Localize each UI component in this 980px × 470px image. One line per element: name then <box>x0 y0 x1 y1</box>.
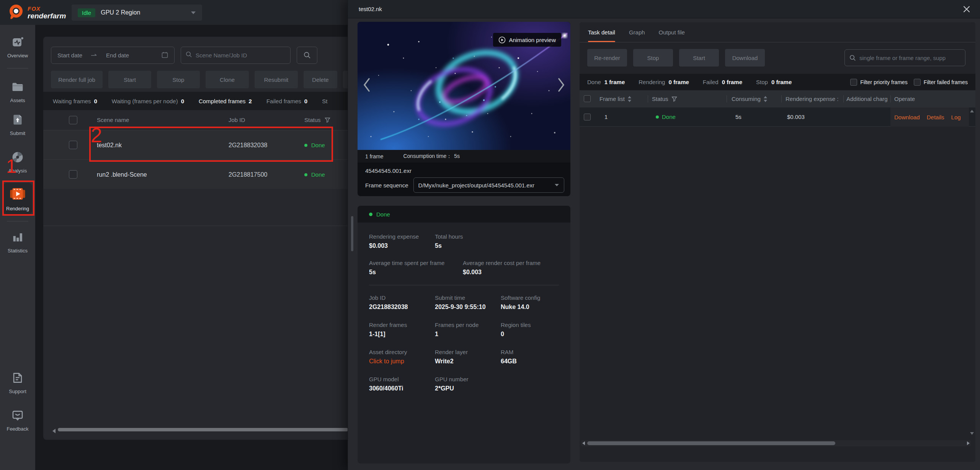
hscroll-thumb[interactable] <box>587 441 835 445</box>
tab-completed-frames[interactable]: Completed frames2 <box>199 98 252 104</box>
click-to-jump-link[interactable]: Click to jump <box>369 358 435 365</box>
vscroll-down-arrow[interactable] <box>970 432 974 435</box>
sidebar-item-assets[interactable]: Assets <box>0 80 35 103</box>
frame-consuming: 5s <box>735 107 742 127</box>
close-icon[interactable] <box>962 4 972 14</box>
calendar-icon <box>162 52 168 59</box>
select-all-checkbox[interactable] <box>69 116 77 124</box>
hscroll-left-arrow[interactable] <box>582 441 585 445</box>
chevron-down-icon <box>191 9 196 16</box>
job-info-card: Done Rendering expense $0.003 Total hour… <box>358 206 570 463</box>
search-button[interactable] <box>297 47 317 64</box>
sidebar-item-feedback[interactable]: Feedback <box>0 409 35 432</box>
vscroll-up-arrow[interactable] <box>970 110 974 112</box>
info-rendering-expense: Rendering expense $0.003 <box>369 233 435 249</box>
status-badge: Done <box>304 160 325 189</box>
sidebar-label: Overview <box>7 53 28 59</box>
frame-details-link[interactable]: Details <box>927 114 944 120</box>
delete-button[interactable]: Delete <box>304 71 337 88</box>
frame-row-1[interactable]: 1 Done 5s $0.003 Download Details Log <box>580 107 975 127</box>
start-date-placeholder[interactable]: Start date <box>57 52 82 59</box>
stop-frames-button[interactable]: Stop <box>633 49 673 67</box>
column-divider <box>843 95 844 102</box>
checkbox[interactable] <box>850 79 857 86</box>
scene-name[interactable]: test02.nk <box>97 130 122 160</box>
render-preview-image[interactable]: Animation preview <box>358 22 570 150</box>
info-region-tiles: Region tiles 0 <box>501 322 559 338</box>
sidebar-item-support[interactable]: Support <box>0 371 35 394</box>
column-scene-name: Scene name <box>97 110 129 130</box>
info-gpu-model: GPU model 3060/4060Ti <box>369 376 435 392</box>
region-selector[interactable]: Idle GPU 2 Region <box>72 5 202 21</box>
date-range-picker[interactable]: Start date End date <box>51 47 175 64</box>
sidebar-item-submit[interactable]: Submit <box>0 113 35 136</box>
re-render-button[interactable]: Re-render <box>587 49 627 67</box>
clone-button[interactable]: Clone <box>206 71 249 88</box>
filter-priority-frames-checkbox[interactable]: Filter priority frames <box>850 79 908 86</box>
select-all-frames-checkbox[interactable] <box>584 95 591 102</box>
frame-operate-cell: Download Details Log <box>890 107 969 127</box>
brand-text: FOX renderfarm <box>28 6 66 20</box>
stop-button[interactable]: Stop <box>157 71 200 88</box>
row-checkbox[interactable] <box>69 170 77 179</box>
info-submit-time: Submit time 2025-9-30 9:55:10 <box>435 294 501 311</box>
stat-stop: Stop0 frame <box>756 79 792 85</box>
filter-failed-frames-checkbox[interactable]: Filter failed frames <box>914 79 968 86</box>
frame-checkbox[interactable] <box>584 114 591 120</box>
frame-log-link[interactable]: Log <box>951 114 961 120</box>
end-date-placeholder[interactable]: End date <box>106 52 129 59</box>
tab-stopped-frames-partial[interactable]: St <box>322 98 327 104</box>
carousel-next-icon[interactable] <box>557 78 565 94</box>
download-button[interactable]: Download <box>725 49 765 67</box>
tab-waiting-frames-per-node[interactable]: Waiting (frames per node)0 <box>112 98 184 104</box>
info-frames-per-node: Frames per node 1 <box>435 322 501 338</box>
frame-sequence-select[interactable]: D/Myx/nuke_project/output/45454545.001.e… <box>413 177 564 193</box>
sidebar-item-overview[interactable]: Overview <box>0 36 35 59</box>
column-status: Status <box>304 110 330 130</box>
sort-icon[interactable] <box>764 96 767 102</box>
sidebar: Overview Assets Submit <box>0 25 35 470</box>
frame-download-link[interactable]: Download <box>894 114 920 120</box>
checkbox[interactable] <box>914 79 921 86</box>
document-icon <box>11 371 24 386</box>
column-job-id: Job ID <box>229 110 245 130</box>
tab-waiting-frames[interactable]: Waiting frames0 <box>53 98 97 104</box>
scene-name[interactable]: run2 .blend-Scene <box>97 160 147 189</box>
hscroll-right-arrow[interactable] <box>967 441 970 445</box>
sort-icon[interactable] <box>628 96 631 102</box>
stat-failed: Failed0 frame <box>703 79 742 85</box>
scene-search-input[interactable] <box>196 52 286 59</box>
frame-table-header: Frame list Status Consuming <box>580 90 975 107</box>
hscroll-thumb[interactable] <box>58 428 348 431</box>
carousel-prev-icon[interactable] <box>363 78 371 94</box>
tab-graph[interactable]: Graph <box>629 22 645 42</box>
row-checkbox[interactable] <box>69 141 77 149</box>
tab-task-detail[interactable]: Task detail <box>588 22 615 42</box>
filter-funnel-icon[interactable] <box>671 96 677 102</box>
sidebar-item-analysis[interactable]: Analysis <box>0 151 35 174</box>
sidebar-label: Statistics <box>8 248 28 254</box>
drawer-vscroll-thumb[interactable] <box>351 216 353 251</box>
hscroll-left-arrow[interactable] <box>52 429 56 433</box>
sidebar-label: Submit <box>10 130 25 136</box>
frame-filters: Filter priority frames Filter failed fra… <box>850 79 968 86</box>
sidebar-divider <box>7 221 28 221</box>
tab-output-file[interactable]: Output file <box>659 22 685 42</box>
done-dot-icon <box>304 144 307 147</box>
tab-failed-frames[interactable]: Failed frames0 <box>266 98 307 104</box>
frame-search-input[interactable] <box>859 55 960 61</box>
sidebar-item-rendering[interactable]: Rendering <box>3 183 32 214</box>
job-id: 2G218832038 <box>229 130 267 160</box>
render-full-job-button[interactable]: Render full job <box>51 71 103 88</box>
stat-done: Done1 frame <box>587 79 625 85</box>
app-root: FOX renderfarm Idle GPU 2 Region Overvie… <box>0 0 980 470</box>
sidebar-item-statistics[interactable]: Statistics <box>0 231 35 254</box>
animation-preview-button[interactable]: Animation preview <box>493 33 561 47</box>
sidebar-label: Analysis <box>8 168 27 174</box>
scene-search <box>181 47 291 64</box>
start-button[interactable]: Start <box>108 71 151 88</box>
filter-funnel-icon[interactable] <box>325 117 330 123</box>
start-frames-button[interactable]: Start <box>679 49 719 67</box>
bar-chart-icon <box>11 231 24 245</box>
resubmit-button[interactable]: Resubmit <box>255 71 298 88</box>
